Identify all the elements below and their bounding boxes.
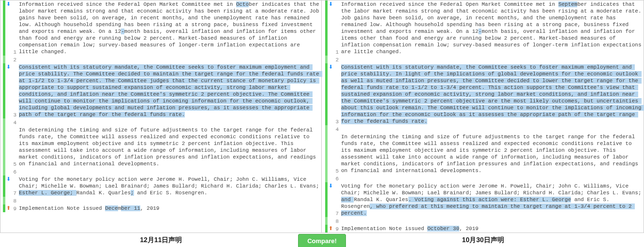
arrow-placeholder <box>5 126 11 168</box>
line-number: 2 <box>333 56 339 63</box>
diff-row: 8 <box>3 197 321 204</box>
diff-text: Randal K. Quarles <box>354 197 408 203</box>
arrow-placeholder <box>328 56 333 63</box>
line-text[interactable] <box>340 174 644 182</box>
diff-row: 4 <box>325 125 644 133</box>
diff-panes: ⬇1Information received since the Federal… <box>0 0 644 233</box>
diff-highlight: . Voting against this action were: Esthe… <box>408 197 571 203</box>
diff-row: ⬇7Voting for the monetary policy action … <box>325 182 644 217</box>
arrow-placeholder <box>5 56 11 63</box>
diff-row: 4 <box>3 118 321 126</box>
line-text[interactable]: In determining the timing and size of fu… <box>18 126 321 168</box>
diff-text: , 2019 <box>459 226 479 232</box>
diff-row: ⬇7Voting for the monetary policy action … <box>3 175 321 197</box>
left-pane: ⬇1Information received since the Federal… <box>0 0 322 232</box>
line-text[interactable]: Implementation Note issued October 30, 2… <box>340 225 644 232</box>
line-number: 3 <box>333 63 339 125</box>
line-number: 1 <box>333 0 339 56</box>
line-text[interactable] <box>340 217 644 225</box>
diff-row: ⬇1Information received since the Federal… <box>3 0 321 56</box>
line-number: 6 <box>333 174 339 182</box>
diff-text <box>341 218 344 224</box>
diff-row: ⬇3Consistent with its statutory mandate,… <box>325 63 644 125</box>
diff-text: In determining the timing and size of fu… <box>19 127 319 167</box>
line-text[interactable] <box>18 118 321 126</box>
line-number: 9 <box>11 204 17 212</box>
line-number: 5 <box>11 126 17 168</box>
diff-text <box>341 175 344 181</box>
arrow-down-icon: ⬇ <box>5 175 11 197</box>
diff-text <box>19 169 22 174</box>
line-text[interactable]: Implementation Note issued December 11, … <box>18 204 321 212</box>
diff-text: , 2019 <box>140 205 160 211</box>
right-pane-label: 10月30日声明 <box>322 236 644 245</box>
line-text[interactable] <box>340 125 644 133</box>
arrow-up-icon: ⬆ <box>5 204 11 212</box>
diff-row: 5In determining the timing and size of f… <box>325 133 644 174</box>
line-number: 6 <box>11 168 17 175</box>
line-number: 2 <box>11 56 17 63</box>
line-text[interactable]: Voting for the monetary policy action we… <box>18 175 321 197</box>
line-text[interactable]: Information received since the Federal O… <box>18 0 321 56</box>
line-text[interactable] <box>18 168 321 175</box>
diff-highlight: Septem <box>558 1 578 7</box>
diff-text <box>19 198 22 203</box>
line-number: 3 <box>11 63 17 118</box>
line-text[interactable] <box>18 56 321 63</box>
diff-text: and Eric S. Rosengren. <box>134 190 208 196</box>
diff-text: Information received since the Federal O… <box>19 1 236 7</box>
diff-row: 6 <box>3 168 321 175</box>
diff-text: Voting for the monetary policy action we… <box>19 176 322 189</box>
diff-highlight: and <box>341 197 354 203</box>
diff-highlight: Consistent with its statutory mandate, t… <box>19 64 322 117</box>
arrow-down-icon: ⬇ <box>5 0 11 56</box>
arrow-down-icon: ⬇ <box>5 63 11 118</box>
line-number: 4 <box>333 125 339 133</box>
diff-highlight: ; <box>131 190 134 196</box>
diff-highlight: , who preferred at this meeting to maint… <box>341 203 635 216</box>
diff-text: Implementation Note issued <box>341 226 427 232</box>
line-number: 5 <box>333 133 339 174</box>
diff-row: ⬆9Implementation Note issued December 11… <box>3 204 321 212</box>
diff-text: In determining the timing and size of fu… <box>341 134 642 174</box>
diff-text: Information received since the Federal O… <box>341 1 558 7</box>
arrow-down-icon: ⬇ <box>328 0 333 56</box>
line-number: 4 <box>11 118 17 126</box>
diff-text <box>341 57 344 62</box>
arrow-down-icon: ⬇ <box>328 63 333 125</box>
arrow-placeholder <box>5 197 11 204</box>
diff-highlight: ber 11 <box>121 205 140 211</box>
arrow-placeholder <box>5 168 11 175</box>
line-text[interactable]: Information received since the Federal O… <box>340 0 644 56</box>
right-text-area[interactable]: ⬇1Information received since the Federal… <box>325 0 644 232</box>
diff-text <box>19 57 22 62</box>
arrow-placeholder <box>328 133 333 174</box>
diff-highlight: Octo <box>236 1 249 7</box>
arrow-down-icon: ⬇ <box>328 182 333 217</box>
diff-text <box>19 119 22 125</box>
diff-highlight: Dece <box>105 205 118 211</box>
diff-row: 5In determining the timing and size of f… <box>3 126 321 168</box>
diff-viewer: ⬇1Information received since the Federal… <box>0 0 644 247</box>
line-text[interactable]: Consistent with its statutory mandate, t… <box>18 63 321 118</box>
arrow-up-icon: ⬆ <box>328 225 333 232</box>
diff-row: 8 <box>325 217 644 225</box>
left-pane-label: 12月11日声明 <box>0 236 322 245</box>
diff-row: 2 <box>325 56 644 63</box>
line-text[interactable] <box>18 197 321 204</box>
left-text-area[interactable]: ⬇1Information received since the Federal… <box>3 0 321 232</box>
line-text[interactable]: Consistent with its statutory mandate, t… <box>340 63 644 125</box>
line-text[interactable] <box>340 56 644 63</box>
arrow-placeholder <box>328 217 333 225</box>
diff-text: Voting for the monetary policy action we… <box>341 183 644 196</box>
diff-row: ⬇1Information received since the Federal… <box>325 0 644 56</box>
line-number: 8 <box>333 217 339 225</box>
compare-button[interactable]: Compare! <box>298 234 346 247</box>
line-number: 8 <box>11 197 17 204</box>
diff-row: 2 <box>3 56 321 63</box>
diff-highlight: Octo <box>427 226 440 232</box>
arrow-placeholder <box>328 125 333 133</box>
line-text[interactable]: Voting for the monetary policy action we… <box>340 182 644 217</box>
diff-highlight: ber 30 <box>440 226 460 232</box>
line-text[interactable]: In determining the timing and size of fu… <box>340 133 644 174</box>
